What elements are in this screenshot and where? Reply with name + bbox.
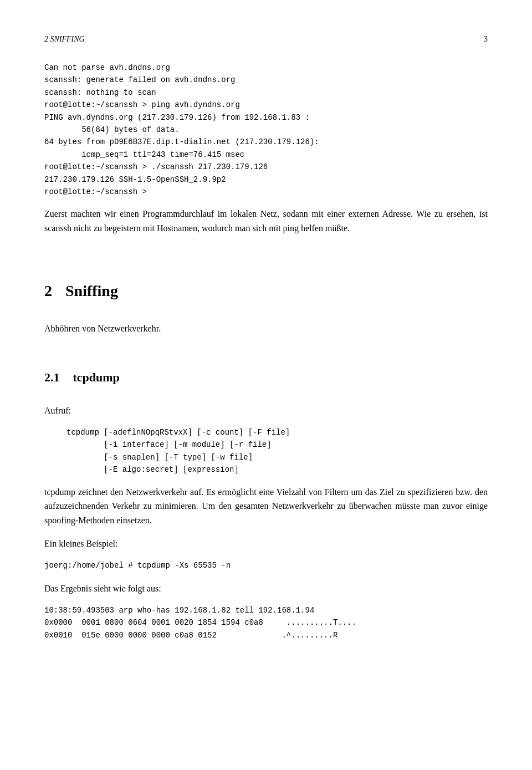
ergebnis-code-block: 10:38:59.493503 arp who-has 192.168.1.82… <box>44 604 488 641</box>
section2-1-number: 2.1 <box>44 368 60 386</box>
beispiel-code-block: joerg:/home/jobel # tcpdump -Xs 65535 -n <box>44 559 488 572</box>
ergebnis-label: Das Ergebnis sieht wie folgt aus: <box>44 582 488 595</box>
section2-heading: 2 Sniffing <box>44 257 488 312</box>
section2-1-title: tcpdump <box>73 368 120 386</box>
beispiel-label: Ein kleines Beispiel: <box>44 537 488 550</box>
aufruf-label: Aufruf: <box>44 404 488 417</box>
section2-intro: Abhöhren von Netzwerkverkehr. <box>44 322 488 336</box>
section2-1-heading: 2.1 tcpdump <box>44 351 488 394</box>
intro-code-block: Can not parse avh.dndns.org scanssh: gen… <box>44 62 488 198</box>
header-right: 3 <box>484 33 488 45</box>
intro-paragraph: Zuerst machten wir einen Programmdurchla… <box>44 207 488 235</box>
header-left: 2 SNIFFING <box>44 33 85 45</box>
aufruf-code-block: tcpdump [-adeflnNOpqRStvxX] [-c count] [… <box>66 426 488 476</box>
section2-number: 2 <box>44 279 52 303</box>
page-header: 2 SNIFFING 3 <box>44 33 488 45</box>
section2-title: Sniffing <box>65 279 118 303</box>
tcpdump-paragraph1: tcpdump zeichnet den Netzwerkverkehr auf… <box>44 485 488 528</box>
